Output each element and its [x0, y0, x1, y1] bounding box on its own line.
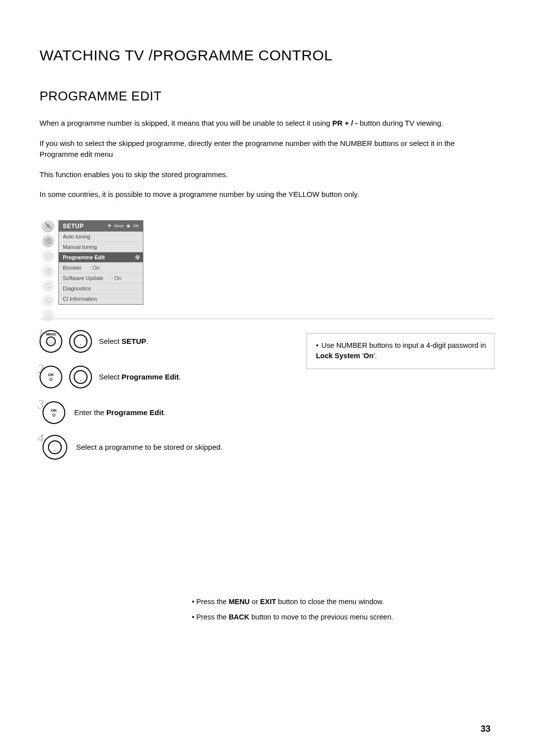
- refresh-icon: [42, 280, 54, 292]
- page-number: 33: [481, 724, 490, 734]
- intro-p3: This function enables you to skip the st…: [40, 169, 494, 181]
- lock-icon: [42, 309, 54, 322]
- osd-item-auto-tuning[interactable]: Auto tuning: [59, 232, 143, 242]
- osd-item-programme-edit[interactable]: Programme Edit: [59, 252, 143, 263]
- step-2: 2 OK ˄ ˅ Select Programme Edit.: [40, 366, 287, 388]
- note-e: '.: [373, 352, 377, 360]
- osd-item-software-update-label: Software Update: [63, 275, 103, 281]
- divider: [40, 319, 494, 319]
- step-3-c: .: [164, 408, 166, 417]
- note-a: Use NUMBER buttons to input a 4-digit pa…: [319, 341, 486, 349]
- chevron-down-icon: ˅: [54, 450, 56, 455]
- chevron-up-icon: ˄: [80, 370, 82, 375]
- osd-item-booster-value: : On: [89, 265, 100, 271]
- ok-button-icon: OK: [40, 366, 62, 388]
- footer-l1-e: button to close the menu window.: [276, 598, 384, 606]
- ok-button-icon: OK: [43, 401, 65, 424]
- ok-dot-icon: [52, 414, 55, 417]
- footer-l2-b: BACK: [228, 613, 249, 621]
- intro-p1-c: button during TV viewing.: [357, 119, 443, 127]
- intro-p2: If you wish to select the skipped progra…: [40, 138, 494, 160]
- chevron-down-icon: ˅: [80, 379, 82, 384]
- chevron-right-icon: ˃: [85, 339, 88, 344]
- intro-p4: In some countries, it is possible to mov…: [40, 189, 494, 200]
- footer-notes: • Press the MENU or EXIT button to close…: [40, 594, 494, 626]
- footer-line-2: • Press the BACK button to move to the p…: [192, 610, 494, 625]
- footer-line-1: • Press the MENU or EXIT button to close…: [192, 594, 494, 610]
- osd-item-software-update-value: : On: [111, 275, 122, 281]
- clock-icon: [42, 265, 54, 277]
- step-2-text: Select Programme Edit.: [99, 373, 181, 381]
- osd-item-manual-tuning[interactable]: Manual tuning: [59, 242, 143, 252]
- step-1-b: SETUP: [122, 337, 146, 345]
- step-3-a: Enter the: [74, 408, 106, 417]
- chevron-right-icon: ˃: [59, 445, 62, 450]
- intro-block: When a programme number is skipped, it m…: [40, 118, 494, 200]
- step-3-b: Programme Edit: [106, 408, 164, 417]
- chevron-up-icon: ˄: [80, 334, 82, 339]
- step-2-c: .: [179, 373, 181, 381]
- note-d: On: [363, 352, 373, 360]
- svg-rect-4: [47, 315, 50, 318]
- section-title: PROGRAMME EDIT: [40, 89, 494, 104]
- step-4: 4 ˄ ˅ ˂ ˃ Select a programme to be store…: [40, 435, 287, 460]
- step-3: 3 OK Enter the Programme Edit.: [40, 401, 287, 424]
- move-arrows-icon: ✥: [108, 224, 111, 228]
- chevron-up-icon: ˄: [54, 440, 56, 445]
- osd-setup-menu: SETUP ✥ Move ◉ OK Auto tuning Manual tun…: [40, 220, 143, 305]
- note-box: • Use NUMBER buttons to input a 4-digit …: [307, 333, 494, 370]
- menu-button-icon: MENU: [40, 330, 62, 353]
- footer-l1-d: EXIT: [260, 598, 276, 606]
- footer-l1-c: or: [250, 598, 260, 606]
- osd-hint-ok: OK: [133, 224, 139, 228]
- ok-button-label: OK: [48, 373, 54, 377]
- dpad-icon: ˄ ˅: [69, 366, 92, 388]
- osd-item-software-update[interactable]: Software Update : On: [59, 273, 143, 284]
- footer-l1-b: MENU: [228, 598, 250, 606]
- step-1-c: .: [146, 337, 148, 345]
- ok-dot-icon: [49, 378, 52, 381]
- dpad-icon: ˄ ˅ ˂ ˃: [43, 435, 67, 460]
- step-4-text: Select a programme to be stored or skipp…: [76, 443, 222, 451]
- svg-rect-1: [45, 254, 51, 258]
- osd-category-icons: [40, 220, 57, 324]
- osd-header: SETUP ✥ Move ◉ OK: [59, 221, 143, 232]
- page-title: WATCHING TV /PROGRAMME CONTROL: [40, 47, 494, 64]
- screen-icon: [42, 294, 54, 307]
- chevron-left-icon: ˂: [48, 445, 50, 450]
- dpad-icon: ˄ ˅ ˂ ˃: [69, 330, 92, 353]
- ok-button-label: OK: [51, 408, 57, 413]
- globe-icon: [42, 235, 54, 247]
- footer-l2-c: button to move to the previous menu scre…: [249, 613, 393, 621]
- osd-item-booster[interactable]: Booster : On: [59, 263, 143, 273]
- osd-item-booster-label: Booster: [63, 265, 82, 271]
- chevron-down-icon: ˅: [80, 344, 82, 349]
- osd-item-ci-information[interactable]: CI Information: [59, 294, 143, 304]
- chevron-left-icon: ˂: [74, 339, 76, 344]
- footer-l1-a: • Press the: [192, 598, 228, 606]
- step-1: 1 MENU ˄ ˅ ˂ ˃ Select SETUP.: [40, 330, 287, 353]
- step-2-b: Programme Edit: [122, 373, 179, 381]
- intro-p1-a: When a programme number is skipped, it m…: [40, 119, 332, 127]
- step-2-a: Select: [99, 373, 122, 381]
- osd-hint-move: Move: [114, 224, 124, 228]
- bullet-icon: •: [316, 341, 318, 349]
- footer-l2-a: • Press the: [192, 613, 228, 621]
- step-3-text: Enter the Programme Edit.: [74, 408, 166, 417]
- osd-title: SETUP: [63, 223, 84, 230]
- tv-icon: [42, 250, 54, 262]
- osd-item-diagnostics[interactable]: Diagnostics: [59, 284, 143, 294]
- wrench-icon: [42, 220, 54, 233]
- intro-p1-b: PR + / -: [332, 119, 357, 127]
- dot-icon: ◉: [127, 224, 130, 228]
- intro-p1: When a programme number is skipped, it m…: [40, 118, 494, 129]
- step-1-text: Select SETUP.: [99, 337, 148, 345]
- svg-rect-3: [46, 298, 50, 301]
- step-1-a: Select: [99, 337, 122, 345]
- note-b: Lock System: [316, 352, 360, 360]
- menu-button-label: MENU: [46, 332, 56, 336]
